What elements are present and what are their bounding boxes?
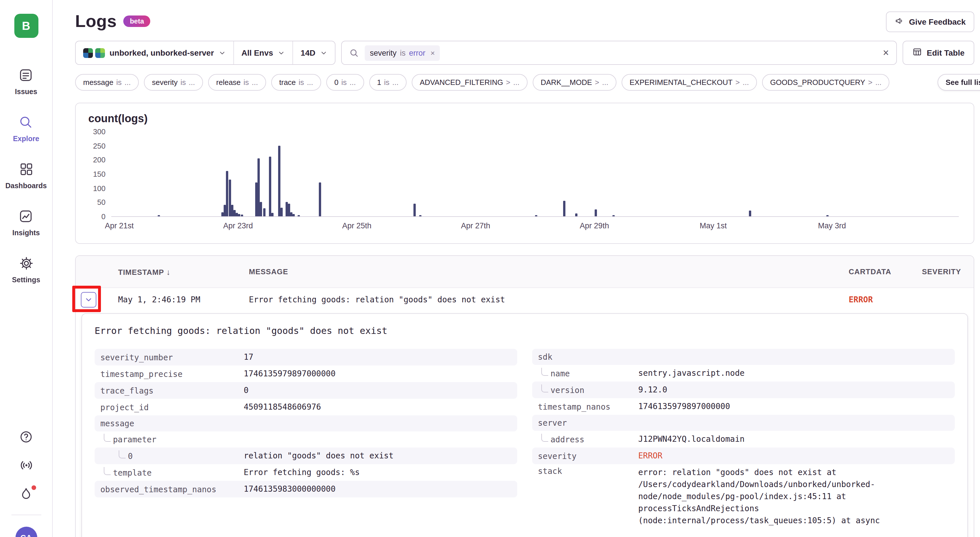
chart-title: count(logs): [76, 103, 974, 125]
attribute-row: timestamp_nanos 1746135979897000000: [532, 398, 955, 415]
app: B Issues Explore Dashboards: [0, 0, 980, 537]
remove-token-icon[interactable]: ×: [431, 48, 435, 57]
table-header: TIMESTAMP↓ MESSAGE CARTDATA SEVERITY: [76, 256, 974, 288]
gear-icon: [19, 256, 33, 273]
whats-new-flame-icon[interactable]: [19, 486, 33, 503]
row-timestamp: May 1, 2:46:19 PM: [118, 295, 249, 304]
x-tick-label: May 3rd: [818, 221, 846, 230]
clear-search-icon[interactable]: ×: [883, 48, 889, 58]
chart-bar: [258, 158, 260, 216]
filter-chip[interactable]: trace is ...: [271, 74, 321, 91]
filter-chip[interactable]: 0 is ...: [326, 74, 364, 91]
y-tick-label: 150: [93, 170, 105, 178]
tree-connector: [104, 467, 111, 475]
chart-bar: [286, 202, 288, 216]
column-header-timestamp[interactable]: TIMESTAMP↓: [118, 267, 249, 276]
broadcast-icon[interactable]: [19, 458, 33, 475]
chart-bar: [236, 213, 238, 216]
project-selector[interactable]: unborked, unborked-server: [76, 41, 233, 64]
environment-selector[interactable]: All Envs: [233, 41, 293, 64]
sidebar-item-settings[interactable]: Settings: [12, 256, 40, 284]
chart-bar: [263, 208, 265, 216]
chart-bar: [238, 214, 240, 216]
chart-y-axis: 300250200150100500: [86, 132, 111, 217]
attribute-row: sdk: [532, 349, 955, 365]
sidebar-item-label: Explore: [13, 135, 39, 143]
give-feedback-button[interactable]: Give Feedback: [886, 11, 974, 32]
log-row[interactable]: May 1, 2:46:19 PM Error fetching goods: …: [76, 288, 974, 311]
megaphone-icon: [894, 16, 904, 27]
chart-bar: [319, 182, 321, 216]
main-content: Logs beta Give Feedback unborked, unbork…: [53, 0, 980, 537]
attribute-row: stack error: relation "goods" does not e…: [532, 464, 955, 529]
x-tick-label: May 1st: [700, 221, 727, 230]
y-tick-label: 100: [93, 184, 105, 193]
chevron-down-icon: [218, 49, 226, 56]
notification-dot: [32, 485, 36, 490]
search-icon: [19, 115, 33, 132]
chart-bar: [233, 210, 236, 216]
tree-connector: [119, 450, 126, 458]
attribute-row: timestamp_precise 1746135979897000000: [95, 365, 517, 382]
attribute-chips-row: message is ... severity is ... release i…: [75, 74, 974, 91]
page-header: Logs beta Give Feedback: [75, 11, 974, 32]
sidebar-item-dashboards[interactable]: Dashboards: [5, 162, 47, 190]
chart-bar: [413, 204, 415, 216]
chart-bar: [224, 205, 226, 216]
sidebar-nav: Issues Explore Dashboards Insights: [5, 68, 47, 284]
page-title: Logs: [75, 11, 117, 31]
chart-bar: [563, 201, 565, 216]
attribute-row: severity ERROR: [532, 448, 955, 464]
column-header-message[interactable]: MESSAGE: [249, 267, 849, 276]
x-tick-label: Apr 29th: [580, 221, 609, 230]
chart-bar: [826, 215, 828, 216]
chart-bar: [278, 145, 280, 216]
issues-icon: [19, 68, 33, 85]
attribute-row: 0 relation "goods" does not exist: [95, 448, 517, 464]
sidebar-footer: CA: [11, 430, 41, 537]
attribute-row: address J12PWN42YQ.localdomain: [532, 431, 955, 448]
sidebar-item-insights[interactable]: Insights: [12, 209, 40, 237]
filter-chip[interactable]: EXPERIMENTAL_CHECKOUT > ...: [622, 74, 757, 91]
attribute-row: observed_timestamp_nanos 174613598300000…: [95, 481, 517, 497]
filter-chip[interactable]: DARK__MODE > ...: [533, 74, 616, 91]
search-icon: [349, 48, 359, 58]
sidebar-item-label: Settings: [12, 276, 40, 284]
y-tick-label: 50: [97, 198, 105, 207]
filter-chip[interactable]: GOODS_PRODUCTQUERY > ...: [762, 74, 890, 91]
attribute-row: name sentry.javascript.node: [532, 365, 955, 381]
page-filter-group: unborked, unborked-server All Envs 14D: [75, 41, 336, 65]
sidebar-item-issues[interactable]: Issues: [15, 68, 37, 96]
column-header-cartdata[interactable]: CARTDATA: [849, 267, 912, 276]
logs-table: TIMESTAMP↓ MESSAGE CARTDATA SEVERITY May…: [75, 255, 974, 537]
chevron-down-icon: [320, 49, 328, 56]
x-tick-label: Apr 27th: [461, 221, 490, 230]
chart-plot: Apr 21stApr 23rdApr 25thApr 27thApr 29th…: [111, 132, 959, 217]
filter-chip[interactable]: release is ...: [208, 74, 266, 91]
x-tick-label: Apr 21st: [105, 221, 134, 230]
filter-chip[interactable]: severity is ...: [144, 74, 203, 91]
edit-table-button[interactable]: Edit Table: [903, 41, 974, 65]
column-header-severity[interactable]: SEVERITY: [912, 267, 961, 276]
y-tick-label: 0: [102, 212, 105, 221]
sidebar-item-label: Issues: [15, 88, 37, 96]
attribute-row: severity_number 17: [95, 349, 517, 365]
filter-chip[interactable]: message is ...: [75, 74, 139, 91]
help-icon[interactable]: [19, 430, 33, 446]
org-logo[interactable]: B: [14, 14, 38, 38]
see-full-list-button[interactable]: See full list: [937, 74, 980, 91]
chart-bar: [241, 215, 243, 216]
attribute-row: server: [532, 415, 955, 431]
search-token[interactable]: severity is error ×: [365, 45, 440, 61]
filter-chip[interactable]: ADVANCED_FILTERING > ...: [412, 74, 528, 91]
project-avatars: [83, 48, 105, 58]
sidebar-item-explore[interactable]: Explore: [13, 115, 39, 143]
user-avatar[interactable]: CA: [15, 527, 37, 537]
expand-row-button[interactable]: [81, 292, 96, 307]
chart-bar: [226, 171, 229, 216]
project-avatar: [95, 48, 105, 58]
filter-chip[interactable]: 1 is ...: [369, 74, 407, 91]
date-range-selector[interactable]: 14D: [293, 41, 335, 64]
sort-desc-icon: ↓: [166, 267, 170, 276]
search-input[interactable]: severity is error × ×: [341, 41, 897, 65]
